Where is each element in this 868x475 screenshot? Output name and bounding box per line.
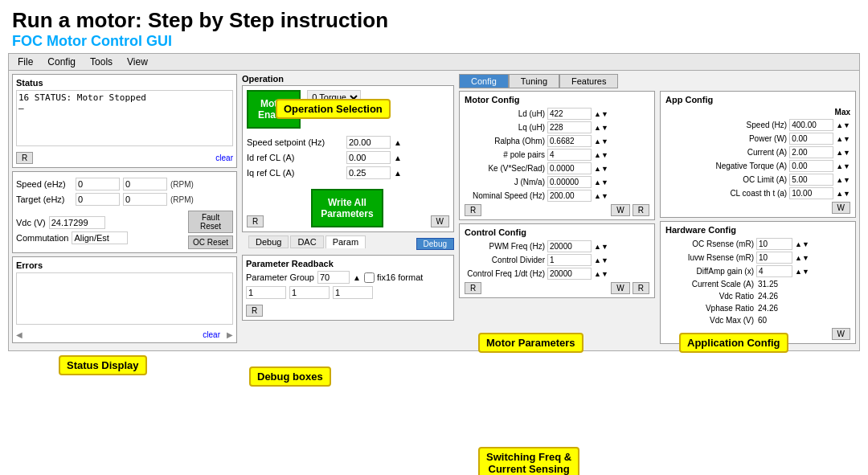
readback-input-2[interactable]: [289, 286, 330, 299]
hw-oc-rsense-input[interactable]: [756, 238, 792, 250]
app-current-input[interactable]: [789, 146, 833, 158]
param-group-spinbox[interactable]: ▲: [353, 273, 361, 282]
errors-clear-link[interactable]: clear: [203, 330, 220, 339]
status-clear-link[interactable]: clear: [215, 154, 233, 162]
ctrl-freq-input[interactable]: [547, 268, 592, 280]
iq-spinbox-up[interactable]: ▲: [394, 169, 402, 178]
speed-spinbox-up[interactable]: ▲: [394, 138, 402, 147]
right-content: Motor Config Ld (uH) ▲▼ Lq (uH) ▲▼: [459, 91, 856, 347]
debug-tab-debug[interactable]: Debug: [248, 235, 289, 248]
param-group-input[interactable]: [317, 271, 350, 284]
ctrl-r-button[interactable]: R: [465, 282, 481, 294]
param-group-label: Parameter Group: [246, 272, 314, 282]
hw-field-3: Current Scale (A) 31.25: [665, 279, 850, 289]
motor-r2-button[interactable]: R: [633, 204, 649, 216]
motor-nomspeed-input[interactable]: [547, 190, 592, 202]
speed-setpoint-input[interactable]: [346, 136, 391, 149]
page-subtitle: FOC Motor Control GUI: [12, 33, 856, 50]
target-input1[interactable]: [76, 193, 120, 206]
motor-r-button[interactable]: R: [465, 204, 481, 216]
debug-tab-dac[interactable]: DAC: [290, 235, 323, 248]
app-field-2: Current (A) ▲▼: [665, 146, 850, 158]
op-w-button[interactable]: W: [431, 215, 449, 227]
motor-ralpha-input[interactable]: [547, 135, 592, 147]
speed-setpoint-row: Speed setpoint (Hz) ▲: [247, 136, 449, 149]
hw-field-0: OC Rsense (mR) ▲▼: [665, 238, 850, 250]
hw-field-1: Iuvw Rsense (mR) ▲▼: [665, 252, 850, 264]
hw-diffamp-input[interactable]: [756, 265, 792, 277]
app-w-button[interactable]: W: [832, 202, 850, 214]
id-spinbox-up[interactable]: ▲: [394, 154, 402, 162]
commutation-input[interactable]: [72, 231, 128, 244]
param-group-row: Parameter Group ▲ fix16 format: [246, 271, 450, 284]
app-speed-input[interactable]: [789, 119, 833, 131]
motor-w-button[interactable]: W: [611, 204, 629, 216]
speed-row: Speed (eHz) (RPM): [16, 178, 233, 190]
hw-w-button[interactable]: W: [832, 328, 850, 340]
tab-features[interactable]: Features: [559, 74, 618, 88]
fix16-label: fix16 format: [364, 272, 423, 283]
speed-input1[interactable]: [76, 178, 120, 190]
errors-textarea[interactable]: [16, 272, 233, 325]
motor-ld-input[interactable]: [547, 108, 592, 120]
write-all-button[interactable]: Write AllParameters: [311, 189, 383, 227]
operation-label: Operation: [242, 74, 454, 84]
app-oc-limit-input[interactable]: [789, 174, 833, 186]
control-config-header: Control Config: [465, 227, 649, 237]
right-panel: Config Tuning Features Motor Config Ld (…: [454, 74, 856, 347]
tab-tuning[interactable]: Tuning: [509, 74, 559, 88]
motor-section-buttons: R W R: [465, 204, 649, 216]
control-config-section: Control Config PWM Freq (Hz) ▲▼ Control …: [459, 223, 655, 298]
right-tabs: Config Tuning Features: [459, 74, 856, 88]
app-power-input[interactable]: [789, 133, 833, 145]
motor-j-input[interactable]: [547, 176, 592, 188]
app-neg-torque-input[interactable]: [789, 160, 833, 172]
op-r-button[interactable]: R: [247, 215, 264, 227]
debug-tabs: Debug DAC Param: [248, 235, 366, 248]
fix16-checkbox[interactable]: [364, 272, 375, 283]
hw-vdc-max-val: 60: [756, 315, 768, 326]
hw-iuvw-rsense-input[interactable]: [756, 252, 792, 264]
menu-file[interactable]: File: [15, 55, 35, 68]
annotation-debug-boxes: Debug boxes: [249, 366, 331, 387]
tab-config[interactable]: Config: [459, 74, 509, 88]
speed-input2[interactable]: [123, 178, 167, 190]
ctrl-divider-input[interactable]: [547, 254, 592, 266]
status-textarea[interactable]: 16 STATUS: Motor Stopped —: [16, 90, 233, 146]
app-config-header: App Config: [665, 95, 850, 104]
fault-reset-button[interactable]: FaultReset: [188, 211, 233, 233]
debug-button[interactable]: Debug: [416, 238, 454, 250]
readback-input-3[interactable]: [333, 286, 373, 299]
menu-config[interactable]: Config: [45, 55, 78, 68]
target-input2[interactable]: [123, 193, 167, 206]
menu-view[interactable]: View: [125, 55, 150, 68]
annotation-application-config: Application Config: [679, 333, 788, 353]
oc-reset-button[interactable]: OC Reset: [188, 235, 233, 249]
vdc-input[interactable]: [49, 216, 105, 229]
readback-inputs: [246, 286, 450, 299]
iq-ref-input[interactable]: [346, 166, 391, 179]
target-row: Target (eHz) (RPM): [16, 193, 233, 206]
app-section-buttons: W: [665, 202, 850, 214]
menu-tools[interactable]: Tools: [88, 55, 115, 68]
speed-label: Speed (eHz): [16, 179, 72, 189]
motor-pole-input[interactable]: [547, 149, 592, 161]
app-cl-coast-input[interactable]: [789, 187, 833, 199]
id-ref-input[interactable]: [346, 151, 391, 164]
motor-field-2: Ralpha (Ohm) ▲▼: [465, 135, 649, 147]
id-ref-label: Id ref CL (A): [247, 153, 343, 162]
debug-tab-param[interactable]: Param: [326, 235, 366, 248]
vdc-row: Vdc (V) Commutation FaultReset OC Reset: [16, 211, 233, 249]
motor-lq-input[interactable]: [547, 121, 592, 133]
gui-body: Status 16 STATUS: Motor Stopped — R clea…: [9, 71, 859, 350]
page-title: Run a motor: Step by Step instruction: [12, 8, 856, 33]
ctrl-w-button[interactable]: W: [611, 282, 629, 294]
page-header: Run a motor: Step by Step instruction FO…: [0, 0, 868, 53]
ctrl-r2-button[interactable]: R: [633, 282, 649, 294]
motor-ke-input[interactable]: [547, 162, 592, 174]
readback-input-1[interactable]: [246, 286, 286, 299]
status-r-button[interactable]: R: [16, 152, 33, 164]
ctrl-pwm-input[interactable]: [547, 240, 592, 252]
readback-r-button[interactable]: R: [246, 305, 263, 317]
app-field-0: Speed (Hz) ▲▼: [665, 119, 850, 131]
